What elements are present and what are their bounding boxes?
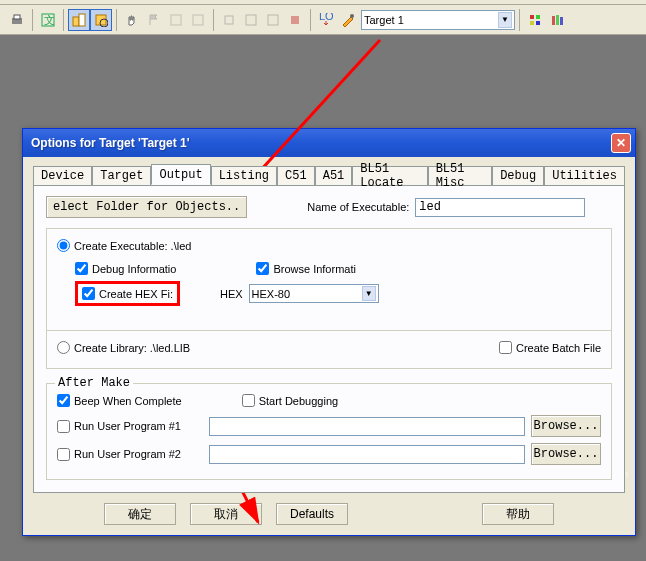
svg-rect-21 — [556, 15, 559, 25]
svg-rect-16 — [530, 15, 534, 19]
start-debug-checkbox[interactable]: Start Debugging — [242, 394, 339, 407]
browse-info-checkbox[interactable]: Browse Informati — [256, 262, 356, 275]
output-tab-panel: elect Folder for Objects.. Name of Execu… — [33, 185, 625, 493]
project-window-icon[interactable] — [68, 9, 90, 31]
svg-text:文: 文 — [44, 14, 55, 26]
target-select-value: Target 1 — [364, 14, 404, 26]
dialog-tabs: Device Target Output Listing C51 A51 BL5… — [33, 166, 625, 186]
target-select-combo[interactable]: Target 1 ▼ — [361, 10, 515, 30]
close-icon[interactable]: ✕ — [611, 133, 631, 153]
svg-rect-11 — [246, 15, 256, 25]
manage-icon[interactable] — [524, 9, 546, 31]
chevron-down-icon[interactable]: ▼ — [498, 12, 512, 28]
tab-output[interactable]: Output — [151, 164, 210, 185]
print-icon[interactable] — [6, 9, 28, 31]
executable-name-field[interactable] — [415, 198, 585, 217]
create-library-radio[interactable]: Create Library: .\led.LIB — [57, 341, 190, 354]
create-hex-checkbox[interactable]: Create HEX Fi: — [75, 281, 180, 306]
tool-icon-2[interactable] — [187, 9, 209, 31]
build-icon[interactable] — [218, 9, 240, 31]
svg-rect-12 — [268, 15, 278, 25]
tab-target[interactable]: Target — [92, 166, 151, 185]
browse-user1-button[interactable]: Browse... — [531, 415, 601, 437]
beep-checkbox[interactable]: Beep When Complete — [57, 394, 182, 407]
translate-icon[interactable]: 文 — [37, 9, 59, 31]
run-user2-checkbox[interactable]: Run User Program #2 — [57, 448, 209, 461]
dialog-title: Options for Target 'Target 1' — [31, 136, 190, 150]
stop-build-icon[interactable] — [284, 9, 306, 31]
svg-rect-13 — [291, 16, 299, 24]
create-batch-checkbox[interactable]: Create Batch File — [499, 341, 601, 354]
svg-rect-5 — [79, 14, 85, 26]
svg-text:LOAD: LOAD — [319, 13, 333, 22]
hex-format-combo[interactable]: HEX-80 ▼ — [249, 284, 379, 303]
tab-c51[interactable]: C51 — [277, 166, 315, 185]
chevron-down-icon[interactable]: ▼ — [362, 286, 376, 301]
hex-format-value: HEX-80 — [252, 288, 291, 300]
svg-rect-10 — [225, 16, 233, 24]
browse-user2-button[interactable]: Browse... — [531, 443, 601, 465]
tool-icon-1[interactable] — [165, 9, 187, 31]
download-icon[interactable]: LOAD — [315, 9, 337, 31]
manage-books-icon[interactable] — [546, 9, 568, 31]
tab-a51[interactable]: A51 — [315, 166, 353, 185]
help-button[interactable]: 帮助 — [482, 503, 554, 525]
run-user1-checkbox[interactable]: Run User Program #1 — [57, 420, 209, 433]
tab-device[interactable]: Device — [33, 166, 92, 185]
tab-bl51-misc[interactable]: BL51 Misc — [428, 166, 493, 185]
options-icon[interactable] — [337, 9, 359, 31]
create-executable-radio[interactable]: Create Executable: .\led — [57, 239, 601, 252]
hex-label: HEX — [220, 288, 243, 300]
svg-rect-22 — [560, 17, 563, 25]
debug-info-checkbox[interactable]: Debug Informatio — [75, 262, 176, 275]
run-user1-field[interactable] — [209, 417, 525, 436]
svg-rect-19 — [536, 21, 540, 25]
books-window-icon[interactable] — [90, 9, 112, 31]
options-dialog: Options for Target 'Target 1' ✕ Device T… — [22, 128, 636, 536]
cancel-button[interactable]: 取消 — [190, 503, 262, 525]
ok-button[interactable]: 确定 — [104, 503, 176, 525]
run-user2-field[interactable] — [209, 445, 525, 464]
hand-icon[interactable] — [121, 9, 143, 31]
select-folder-button[interactable]: elect Folder for Objects.. — [46, 196, 247, 218]
build-all-icon[interactable] — [262, 9, 284, 31]
tab-utilities[interactable]: Utilities — [544, 166, 625, 185]
name-executable-label: Name of Executable: — [307, 201, 409, 213]
svg-rect-18 — [530, 21, 534, 25]
after-make-title: After Make — [55, 376, 133, 390]
rebuild-icon[interactable] — [240, 9, 262, 31]
tab-debug[interactable]: Debug — [492, 166, 544, 185]
svg-rect-9 — [193, 15, 203, 25]
main-toolbar: 文 LOAD Target 1 ▼ — [0, 5, 646, 35]
svg-rect-1 — [14, 15, 20, 19]
svg-rect-8 — [171, 15, 181, 25]
tab-bl51-locate[interactable]: BL51 Locate — [352, 166, 427, 185]
flag-icon[interactable] — [143, 9, 165, 31]
svg-rect-17 — [536, 15, 540, 19]
dialog-titlebar: Options for Target 'Target 1' ✕ — [23, 129, 635, 157]
create-executable-label: Create Executable: .\led — [74, 240, 191, 252]
svg-rect-20 — [552, 16, 555, 25]
svg-rect-4 — [73, 17, 79, 26]
svg-point-15 — [350, 14, 354, 18]
defaults-button[interactable]: Defaults — [276, 503, 348, 525]
tab-listing[interactable]: Listing — [211, 166, 277, 185]
